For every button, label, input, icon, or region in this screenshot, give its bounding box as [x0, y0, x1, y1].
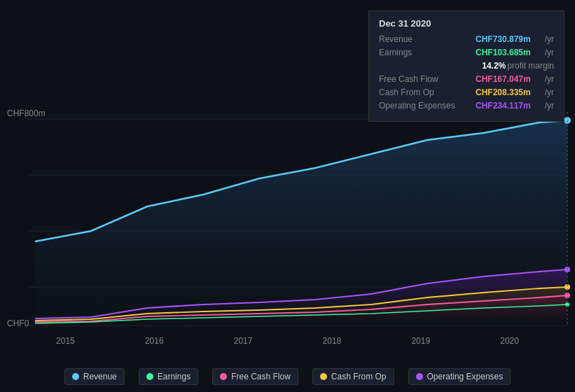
legend-opexp-label: Operating Expenses — [427, 372, 504, 382]
tooltip-cashfromop-value: CHF208.335m — [476, 88, 531, 97]
tooltip-revenue-label: Revenue — [379, 34, 463, 44]
tooltip-earnings-value: CHF103.685m — [476, 48, 531, 57]
tooltip-earnings-label: Earnings — [379, 48, 463, 57]
legend-cashfromop-label: Cash From Op — [331, 372, 387, 382]
tooltip-fcf-unit: /yr — [545, 74, 554, 84]
tooltip-opexp-unit: /yr — [545, 101, 554, 111]
legend-fcf-dot — [220, 373, 227, 380]
legend-cashfromop-dot — [320, 373, 327, 380]
tooltip-profit-margin-value: 14.2% — [482, 61, 506, 71]
tooltip-revenue-unit: /yr — [545, 34, 554, 44]
x-label-2015: 2015 — [56, 336, 75, 346]
tooltip-profit-margin-label: profit margin — [507, 61, 554, 71]
tooltip-cashfromop-unit: /yr — [545, 88, 554, 97]
tooltip-fcf-value: CHF167.047m — [476, 74, 531, 84]
x-label-2016: 2016 — [145, 336, 164, 346]
tooltip-revenue-value: CHF730.879m — [476, 34, 531, 44]
x-axis-labels: 2015 2016 2017 2018 2019 2020 — [0, 336, 575, 346]
tooltip-box: Dec 31 2020 Revenue CHF730.879m /yr Earn… — [368, 10, 564, 122]
legend-cashfromop[interactable]: Cash From Op — [312, 368, 394, 385]
tooltip-opexp-row: Operating Expenses CHF234.117m /yr — [379, 101, 554, 111]
tooltip-opexp-label: Operating Expenses — [379, 101, 463, 111]
y-axis-top-label: CHF800m — [7, 108, 46, 118]
x-label-2018: 2018 — [323, 336, 342, 346]
legend-fcf[interactable]: Free Cash Flow — [212, 368, 298, 385]
legend-opexp[interactable]: Operating Expenses — [408, 368, 511, 385]
legend-opexp-dot — [416, 373, 423, 380]
tooltip-date: Dec 31 2020 — [379, 18, 554, 29]
tooltip-cashfromop-label: Cash From Op — [379, 88, 463, 97]
legend-revenue-dot — [72, 373, 79, 380]
x-label-2017: 2017 — [234, 336, 253, 346]
tooltip-earnings-row: Earnings CHF103.685m /yr — [379, 48, 554, 57]
legend-earnings-label: Earnings — [158, 372, 190, 382]
y-axis-bottom-label: CHF0 — [7, 318, 29, 328]
legend-earnings[interactable]: Earnings — [139, 368, 198, 385]
legend: Revenue Earnings Free Cash Flow Cash Fro… — [0, 368, 575, 385]
x-label-2019: 2019 — [411, 336, 430, 346]
tooltip-fcf-row: Free Cash Flow CHF167.047m /yr — [379, 74, 554, 84]
tooltip-cashfromop-row: Cash From Op CHF208.335m /yr — [379, 88, 554, 97]
legend-revenue[interactable]: Revenue — [64, 368, 125, 385]
tooltip-revenue-row: Revenue CHF730.879m /yr — [379, 34, 554, 44]
tooltip-fcf-label: Free Cash Flow — [379, 74, 463, 84]
legend-earnings-dot — [146, 373, 153, 380]
legend-revenue-label: Revenue — [83, 372, 117, 382]
x-label-2020: 2020 — [500, 336, 519, 346]
chart-container: CHF800m CHF0 Dec 31 2020 Revenue CHF730.… — [0, 0, 575, 392]
tooltip-opexp-value: CHF234.117m — [476, 101, 531, 111]
tooltip-earnings-unit: /yr — [545, 48, 554, 57]
tooltip-profit-margin-row: 14.2% profit margin — [379, 61, 554, 71]
legend-fcf-label: Free Cash Flow — [231, 372, 291, 382]
